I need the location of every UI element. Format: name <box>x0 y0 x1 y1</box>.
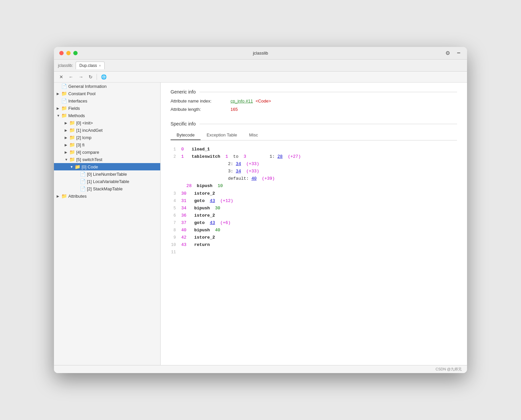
sidebar-item-fields[interactable]: ▶ 📁 Fields <box>54 105 160 112</box>
toolbar: ✕ ← → ↻ 🌐 <box>54 72 467 83</box>
line-number: 9 <box>171 234 181 241</box>
code-line-4: 4 31 goto 43 (+12) <box>171 197 457 205</box>
globe-button[interactable]: 🌐 <box>100 74 108 80</box>
sidebar-item-init[interactable]: ▶ 📁 [0] <init> <box>54 119 160 126</box>
toggle-icon: ▼ <box>70 165 75 169</box>
sidebar-item-label: Methods <box>68 113 85 118</box>
code-line-7: 7 37 goto 43 (+6) <box>171 219 457 227</box>
close-button[interactable] <box>59 51 64 55</box>
code-content <box>181 249 457 256</box>
tab-misc[interactable]: Misc <box>243 130 264 140</box>
code-line-1: 1 0 iload_1 <box>171 146 457 153</box>
close-toolbar-button[interactable]: ✕ <box>58 74 65 80</box>
toggle-icon: ▼ <box>57 114 61 117</box>
sidebar-item-linenumber[interactable]: 📄 [0] LineNumberTable <box>54 170 160 178</box>
sidebar-item-interfaces[interactable]: 📄 Interfaces <box>54 97 160 105</box>
tab-close-icon[interactable]: × <box>99 64 101 68</box>
code-line-10: 10 43 return <box>171 241 457 249</box>
tab-dup-class[interactable]: Dup.class × <box>76 62 105 69</box>
code-content: 1 tableswitch 1 to 3 1: 28 (+27) <box>181 153 457 160</box>
sidebar-item-compare[interactable]: ▶ 📁 [4] compare <box>54 148 160 156</box>
file-icon: 📄 <box>61 84 67 89</box>
tab-bytecode[interactable]: Bytecode <box>171 130 201 140</box>
tab-exception-table[interactable]: Exception Table <box>201 130 243 140</box>
folder-icon: 📁 <box>61 113 67 118</box>
sidebar-item-constant-pool[interactable]: ▶ 📁 Constant Pool <box>54 90 160 97</box>
line-number: 2 <box>171 153 181 160</box>
sidebar-item-stackmap[interactable]: 📄 [2] StackMapTable <box>54 185 160 192</box>
folder-icon: 📁 <box>69 120 75 125</box>
goto-offset: (+6) <box>220 220 231 225</box>
sidebar-item-fi[interactable]: ▶ 📁 [3] fi <box>54 141 160 148</box>
goto-link[interactable]: 43 <box>210 220 215 225</box>
code-content: 40 bipush 40 <box>181 227 457 234</box>
line-number <box>171 160 181 161</box>
offset: 43 <box>181 242 187 247</box>
code-line-cont-3: 3: 34 (+33) <box>171 168 457 175</box>
code-content: 34 bipush 30 <box>181 205 457 212</box>
code-content: 3: 34 (+33) <box>181 168 457 175</box>
gear-button[interactable] <box>444 49 451 57</box>
code-content: 37 goto 43 (+6) <box>181 219 457 227</box>
sidebar-item-incandget[interactable]: ▶ 📁 [1] incAndGet <box>54 126 160 134</box>
line-number: 11 <box>171 249 181 256</box>
case-2-link[interactable]: 34 <box>236 161 241 166</box>
line-number: 8 <box>171 227 181 234</box>
sidebar-item-label: [1] LocalVariableTable <box>87 179 129 184</box>
line-number: 3 <box>171 190 181 197</box>
toggle-icon: ▶ <box>57 106 61 110</box>
line-number: 7 <box>171 219 181 226</box>
line-number <box>171 175 181 175</box>
ts-from: 1 <box>226 154 228 159</box>
case-1-link[interactable]: 28 <box>277 154 283 159</box>
default-link[interactable]: 40 <box>252 176 257 181</box>
sidebar-item-label: [0] <init> <box>76 120 93 125</box>
attr-length-row: Attribute length: 165 <box>171 107 457 112</box>
line-number <box>171 182 181 183</box>
default-label: default: <box>228 176 251 181</box>
value: 10 <box>218 183 223 188</box>
code-line-2: 2 1 tableswitch 1 to 3 1: 28 (+27) <box>171 153 457 160</box>
attr-length-value: 165 <box>231 107 238 112</box>
forward-button[interactable]: → <box>77 74 85 80</box>
case-3-offset: (+33) <box>246 169 259 174</box>
attr-length-label: Attribute length: <box>171 107 231 112</box>
back-button[interactable]: ← <box>67 74 75 80</box>
sidebar-item-attributes[interactable]: ▶ 📁 Attributes <box>54 192 160 200</box>
main-layout: 📄 General Information ▶ 📁 Constant Pool … <box>54 83 467 365</box>
instruction: goto <box>194 198 205 203</box>
sidebar-item-code[interactable]: ▼ 📁 [0] Code <box>54 163 160 170</box>
line-number: 4 <box>171 197 181 204</box>
maximize-button[interactable] <box>73 51 78 55</box>
sidebar-item-methods[interactable]: ▼ 📁 Methods <box>54 112 160 119</box>
sidebar: 📄 General Information ▶ 📁 Constant Pool … <box>54 83 161 365</box>
sidebar-item-switchtest[interactable]: ▼ 📁 [5] switchTest <box>54 156 160 163</box>
to-keyword: to <box>233 154 239 159</box>
collapse-button[interactable] <box>455 49 462 57</box>
sidebar-item-general-info[interactable]: 📄 General Information <box>54 83 160 90</box>
instruction: tableswitch <box>192 154 220 159</box>
default-offset: (+39) <box>262 176 275 181</box>
goto-link[interactable]: 43 <box>210 198 215 203</box>
minimize-button[interactable] <box>66 51 71 55</box>
instruction: istore_2 <box>194 213 215 218</box>
toggle-icon: ▼ <box>65 158 69 161</box>
case-2-offset: (+33) <box>246 161 259 166</box>
folder-icon: 📁 <box>69 127 75 133</box>
code-area: 1 0 iload_1 2 1 tableswitch 1 to 3 <box>171 146 457 256</box>
sidebar-item-label: [2] lcmp <box>76 135 92 140</box>
code-line-11: 11 <box>171 249 457 256</box>
folder-icon: 📁 <box>69 149 75 155</box>
sidebar-item-localvariable[interactable]: 📄 [1] LocalVariableTable <box>54 178 160 185</box>
specific-info-title: Specific info <box>171 121 457 126</box>
file-icon: 📄 <box>80 179 86 184</box>
toggle-icon <box>75 180 80 183</box>
sidebar-item-lcmp[interactable]: ▶ 📁 [2] lcmp <box>54 134 160 141</box>
folder-icon: 📁 <box>61 91 67 96</box>
tab-label: Dup.class <box>79 63 97 68</box>
case-3-link[interactable]: 34 <box>236 169 241 174</box>
attr-name-link[interactable]: cp_info #11 <box>231 99 253 104</box>
line-number: 6 <box>171 212 181 219</box>
refresh-button[interactable]: ↻ <box>87 74 94 80</box>
ts-to: 3 <box>244 154 246 159</box>
